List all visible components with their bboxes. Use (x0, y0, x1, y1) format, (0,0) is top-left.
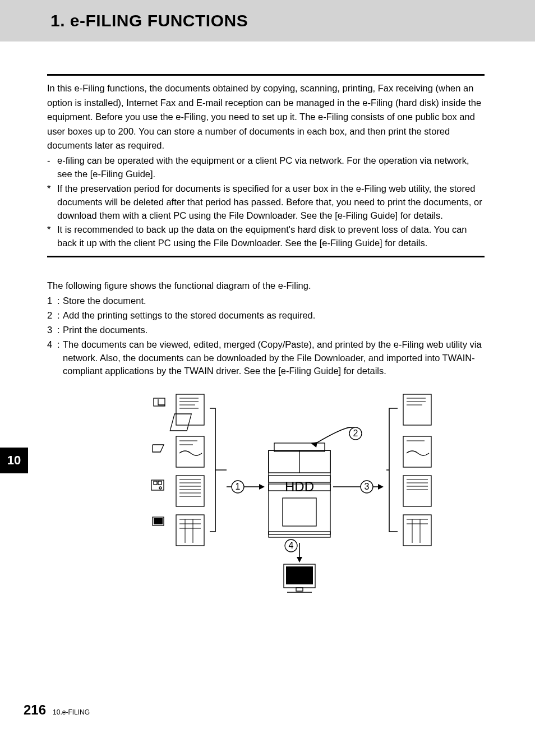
callout-4-label: 4 (289, 541, 294, 551)
bullet-text: If the preservation period for documents… (57, 182, 485, 223)
svg-rect-66 (286, 566, 313, 584)
page-title: 1. e-FILING FUNCTIONS (50, 11, 248, 30)
bullet-item: * It is recommended to back up the data … (47, 223, 485, 250)
right-doc-stack (403, 394, 431, 546)
item-text: Store the document. (63, 294, 485, 308)
svg-marker-30 (259, 484, 265, 490)
bullet-text: It is recommended to back up the data on… (57, 223, 485, 250)
numbered-item: 1 : Store the document. (47, 294, 485, 308)
title-bar: 1. e-FILING FUNCTIONS (0, 0, 535, 42)
figure-intro: The following figure shows the functiona… (47, 279, 485, 293)
item-colon: : (57, 324, 63, 337)
svg-rect-2 (154, 481, 157, 485)
callout-1-label: 1 (236, 482, 241, 492)
item-text: The documents can be viewed, edited, mer… (63, 338, 485, 379)
hdd-label: HDD (285, 480, 314, 495)
numbered-item: 4 : The documents can be viewed, edited,… (47, 338, 485, 379)
item-text: Print the documents. (63, 324, 485, 337)
rule-bottom (47, 256, 485, 257)
bullet-text: e-filing can be operated with the equipm… (57, 154, 485, 181)
callout-3-label: 3 (365, 482, 370, 492)
svg-rect-3 (158, 481, 162, 485)
svg-rect-67 (296, 588, 303, 591)
item-number: 3 (47, 324, 57, 337)
copy-icon (154, 398, 165, 406)
fax-icon (151, 480, 164, 490)
item-text: Add the printing settings to the stored … (63, 309, 485, 322)
svg-rect-46 (403, 394, 431, 425)
left-doc-stack (170, 394, 204, 546)
svg-marker-63 (297, 557, 302, 563)
client-pc-icon (284, 564, 315, 592)
bullet-marker: - (47, 154, 57, 181)
footer: 216 10.e-FILING (24, 702, 90, 718)
item-colon: : (57, 294, 63, 308)
numbered-item: 3 : Print the documents. (47, 324, 485, 337)
bullet-item: - e-filing can be operated with the equi… (47, 154, 485, 181)
diagram: 1 HDD 2 3 (75, 391, 456, 599)
callout-2-label: 2 (353, 429, 358, 439)
footer-section: 10.e-FILING (53, 708, 90, 716)
scan-icon (153, 445, 164, 452)
svg-rect-6 (154, 518, 163, 524)
svg-rect-7 (176, 394, 204, 425)
svg-rect-1 (151, 480, 164, 490)
svg-rect-16 (176, 476, 204, 506)
rule-top (47, 74, 485, 76)
item-colon: : (57, 338, 63, 379)
bullet-marker: * (47, 182, 57, 223)
numbered-list: 1 : Store the document. 2 : Add the prin… (47, 294, 485, 379)
item-number: 1 (47, 294, 57, 308)
item-number: 2 (47, 309, 57, 322)
svg-rect-8 (170, 414, 191, 431)
monitor-icon (153, 517, 164, 525)
svg-point-4 (159, 487, 162, 489)
item-number: 4 (47, 338, 57, 379)
numbered-item: 2 : Add the printing settings to the sto… (47, 309, 485, 322)
bullet-item: * If the preservation period for documen… (47, 182, 485, 223)
content-area: In this e-Filing functions, the document… (0, 74, 535, 599)
bullet-list: - e-filing can be operated with the equi… (47, 154, 485, 250)
svg-rect-37 (283, 498, 316, 526)
svg-marker-44 (378, 484, 384, 490)
intro-paragraph: In this e-Filing functions, the document… (47, 81, 485, 153)
diagram-wrap: 1 HDD 2 3 (47, 391, 485, 599)
item-colon: : (57, 309, 63, 322)
svg-rect-52 (403, 476, 431, 506)
page-number: 216 (24, 702, 46, 718)
chapter-tab: 10 (0, 448, 28, 473)
bullet-marker: * (47, 223, 57, 250)
